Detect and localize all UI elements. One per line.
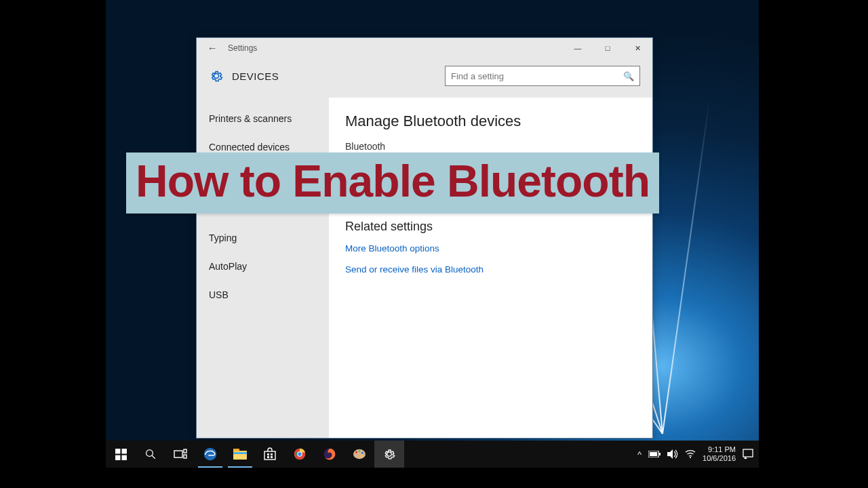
taskbar-app-chrome[interactable]: [285, 441, 315, 468]
task-view-icon: [174, 449, 187, 460]
sidebar: Printers & scanners Connected devices Ty…: [197, 98, 329, 438]
gear-icon: [382, 447, 396, 461]
windows-icon: [115, 449, 127, 460]
svg-rect-12: [233, 452, 247, 454]
link-more-options[interactable]: More Bluetooth options: [345, 243, 636, 253]
link-send-receive[interactable]: Send or receive files via Bluetooth: [345, 264, 636, 274]
back-button[interactable]: ←: [197, 38, 228, 58]
svg-rect-28: [650, 452, 657, 456]
svg-rect-14: [267, 453, 269, 455]
search-button[interactable]: [136, 441, 165, 468]
edge-icon: [203, 447, 218, 462]
svg-rect-11: [233, 449, 239, 451]
gear-icon: [209, 68, 224, 83]
tray-notifications-icon[interactable]: [743, 449, 753, 460]
svg-rect-0: [115, 449, 120, 453]
svg-rect-2: [115, 455, 120, 460]
window-title: Settings: [228, 43, 257, 53]
taskbar-app-paint[interactable]: [344, 441, 374, 468]
chrome-icon: [293, 447, 307, 461]
svg-point-24: [359, 450, 361, 452]
search-icon: 🔍: [623, 71, 634, 81]
taskbar-app-edge[interactable]: [195, 441, 225, 468]
tray-chevron-icon[interactable]: ^: [637, 449, 642, 460]
related-heading: Related settings: [345, 220, 636, 234]
svg-rect-6: [174, 451, 182, 458]
bluetooth-toggle-label: Bluetooth: [345, 141, 636, 152]
sidebar-item-usb[interactable]: USB: [197, 281, 329, 309]
svg-rect-10: [233, 451, 247, 460]
titlebar: ← Settings — □ ✕: [197, 38, 652, 58]
maximize-button[interactable]: □: [593, 38, 623, 58]
svg-point-23: [355, 451, 357, 453]
svg-point-31: [690, 457, 691, 458]
svg-rect-1: [121, 449, 126, 453]
svg-point-4: [146, 450, 153, 457]
svg-point-26: [361, 455, 363, 457]
search-icon: [144, 448, 157, 460]
folder-icon: [233, 448, 248, 460]
taskbar: ^ 9:11 PM 10/6/2016: [106, 441, 759, 468]
page-heading: Manage Bluetooth devices: [345, 113, 636, 130]
svg-rect-13: [264, 451, 275, 460]
svg-rect-15: [271, 453, 273, 455]
tray-volume-icon[interactable]: [667, 449, 678, 459]
taskbar-app-settings[interactable]: [374, 441, 404, 468]
sidebar-item-printers[interactable]: Printers & scanners: [197, 104, 329, 133]
section-title: DEVICES: [232, 70, 279, 82]
taskbar-app-explorer[interactable]: [225, 441, 255, 468]
svg-point-20: [298, 452, 301, 455]
close-button[interactable]: ✕: [623, 38, 652, 58]
sidebar-item-typing[interactable]: Typing: [197, 224, 329, 252]
overlay-banner: How to Enable Bluetooth: [126, 152, 659, 214]
tray-clock[interactable]: 9:11 PM 10/6/2016: [703, 445, 736, 463]
header: DEVICES 🔍: [197, 58, 652, 98]
svg-marker-30: [667, 449, 673, 459]
tray-date: 10/6/2016: [703, 454, 736, 463]
search-box[interactable]: 🔍: [445, 66, 640, 86]
main-panel: Manage Bluetooth devices Bluetooth Relat…: [329, 98, 652, 438]
svg-line-5: [152, 455, 155, 459]
firefox-icon: [323, 447, 336, 461]
task-view-button[interactable]: [165, 441, 195, 468]
taskbar-app-store[interactable]: [255, 441, 285, 468]
system-tray: ^ 9:11 PM 10/6/2016: [637, 445, 759, 463]
svg-rect-32: [743, 449, 753, 457]
taskbar-app-firefox[interactable]: [315, 441, 344, 468]
svg-point-25: [361, 452, 363, 454]
start-button[interactable]: [106, 441, 136, 468]
store-icon: [263, 447, 277, 461]
tray-battery-icon[interactable]: [648, 451, 660, 458]
settings-window: ← Settings — □ ✕ DEVICES 🔍 Printers & sc…: [196, 37, 653, 439]
svg-rect-3: [121, 455, 126, 460]
svg-rect-8: [184, 455, 186, 458]
banner-text: How to Enable Bluetooth: [136, 155, 650, 207]
palette-icon: [352, 448, 367, 460]
svg-rect-17: [271, 456, 273, 458]
tray-wifi-icon[interactable]: [685, 450, 696, 458]
search-input[interactable]: [451, 71, 623, 81]
tray-time: 9:11 PM: [703, 445, 736, 454]
svg-rect-16: [267, 456, 269, 458]
svg-rect-7: [184, 449, 186, 453]
svg-rect-29: [659, 453, 660, 455]
minimize-button[interactable]: —: [563, 38, 593, 58]
sidebar-item-autoplay[interactable]: AutoPlay: [197, 252, 329, 281]
